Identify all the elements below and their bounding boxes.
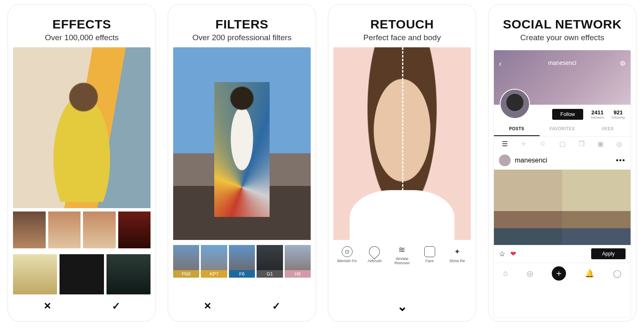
nav-home-icon[interactable]: ⌂ xyxy=(503,269,508,278)
card-retouch-head: RETOUCH Perfect face and body xyxy=(333,9,471,47)
social-subtitle: Create your own effects xyxy=(493,33,631,42)
post-more-icon[interactable]: ••• xyxy=(616,157,626,164)
effects-hero-image[interactable] xyxy=(13,47,151,208)
post-image-left xyxy=(494,170,562,245)
apply-button[interactable]: Apply xyxy=(591,248,626,259)
following-count: 921 xyxy=(612,109,625,116)
confirm-icon[interactable] xyxy=(112,300,120,312)
image-view-icon[interactable]: ▣ xyxy=(597,140,604,148)
ghost-view-icon[interactable]: ☺ xyxy=(539,140,546,148)
filters-hero-image[interactable] xyxy=(173,47,311,240)
filter-label: KP7 xyxy=(201,270,227,278)
card-effects: EFFECTS Over 100,000 effects xyxy=(8,4,156,322)
collapse-icon[interactable] xyxy=(397,299,408,314)
shine-icon xyxy=(452,246,462,257)
before-after-divider[interactable] xyxy=(402,47,403,240)
following-label: following xyxy=(612,116,625,119)
effect-thumb[interactable] xyxy=(60,254,104,294)
filter-thumb[interactable]: KP7 xyxy=(201,245,227,278)
post-username[interactable]: manesenci xyxy=(515,157,547,164)
blemish-icon: ⊙ xyxy=(342,246,353,257)
nav-profile-icon[interactable]: ◯ xyxy=(613,269,621,278)
tool-label: Wrinkle Remover xyxy=(390,257,415,266)
stat-followers[interactable]: 2411 followers xyxy=(591,109,604,119)
effects-stage xyxy=(13,47,151,294)
post-header: manesenci ••• xyxy=(494,151,631,170)
tool-blemish-fix[interactable]: ⊙ Blemish Fix xyxy=(335,246,360,263)
filter-thumb[interactable]: H9 xyxy=(285,245,311,278)
square-view-icon[interactable]: ▢ xyxy=(559,140,566,148)
effect-thumb[interactable] xyxy=(13,211,46,248)
filter-thumb[interactable]: F6 xyxy=(229,245,255,278)
tab-posts[interactable]: POSTS xyxy=(494,122,540,136)
tool-label: Blemish Fix xyxy=(338,259,357,263)
filters-subtitle: Over 200 professional filters xyxy=(173,33,311,42)
retouch-title: RETOUCH xyxy=(333,17,471,31)
stat-following[interactable]: 921 following xyxy=(612,109,625,119)
tab-likes[interactable]: IIKES xyxy=(585,122,631,136)
effect-thumb[interactable] xyxy=(106,254,151,294)
post-image[interactable] xyxy=(494,170,631,245)
card-filters: FILTERS Over 200 professional filters FN… xyxy=(168,4,316,322)
followers-count: 2411 xyxy=(591,109,604,116)
star-icon[interactable]: ☆ xyxy=(499,250,505,258)
follow-button[interactable]: Follow xyxy=(552,109,584,120)
retouch-bottom-bar xyxy=(333,294,471,318)
bottom-nav: ⌂ ◎ ＋ 🔔 ◯ xyxy=(494,263,631,284)
confirm-icon[interactable] xyxy=(272,300,280,312)
camera-view-icon[interactable]: ◎ xyxy=(616,140,622,148)
effect-thumb[interactable] xyxy=(13,254,57,294)
card-retouch: RETOUCH Perfect face and body ⊙ Blemish … xyxy=(328,4,476,322)
profile-header: ‹ manesenci ⚙ xyxy=(494,50,631,105)
tool-label: Airbrush xyxy=(368,259,382,263)
profile-username: manesenci xyxy=(494,59,631,66)
filter-thumb[interactable]: G1 xyxy=(257,245,283,278)
effects-collage-row1 xyxy=(13,211,151,248)
retouch-stage: ⊙ Blemish Fix Airbrush Wrinkle Remover F… xyxy=(333,47,471,294)
filter-label: G1 xyxy=(257,270,283,278)
effect-thumb[interactable] xyxy=(83,211,116,248)
view-mode-icons: ☰ ✧ ☺ ▢ ❐ ▣ ◎ xyxy=(494,137,631,151)
profile-tabs: POSTS FAVORITES IIKES xyxy=(494,122,631,137)
social-screen: ‹ manesenci ⚙ Follow 2411 followers 921 … xyxy=(493,50,631,318)
filter-strip: FNX KP7 F6 G1 H9 xyxy=(173,245,311,278)
sparkle-view-icon[interactable]: ✧ xyxy=(521,140,526,148)
tab-favorites[interactable]: FAVORITES xyxy=(540,122,585,136)
effects-bottom-bar xyxy=(13,294,151,318)
airbrush-icon xyxy=(367,244,382,260)
cancel-icon[interactable] xyxy=(204,301,211,312)
tool-shine-remover[interactable]: Shine Re xyxy=(444,246,470,263)
filters-bottom-bar xyxy=(173,294,311,318)
nav-explore-icon[interactable]: ◎ xyxy=(527,269,533,278)
heart-icon[interactable]: ❤ xyxy=(510,250,516,258)
post-avatar[interactable] xyxy=(499,155,511,166)
effect-thumb[interactable] xyxy=(118,211,151,248)
filter-thumb[interactable]: FNX xyxy=(173,245,199,278)
nav-alerts-icon[interactable]: 🔔 xyxy=(585,269,594,278)
profile-avatar[interactable] xyxy=(500,89,530,119)
effect-thumb[interactable] xyxy=(48,211,81,248)
social-title: SOCIAL NETWORK xyxy=(493,17,631,31)
layers-view-icon[interactable]: ❐ xyxy=(579,140,584,148)
wrinkle-icon xyxy=(397,244,408,255)
tool-airbrush[interactable]: Airbrush xyxy=(362,246,387,263)
list-view-icon[interactable]: ☰ xyxy=(502,140,508,148)
tool-label: Shine Re xyxy=(449,259,465,263)
cancel-icon[interactable] xyxy=(44,301,51,312)
nav-add-button[interactable]: ＋ xyxy=(552,266,566,281)
filter-label: H9 xyxy=(285,270,311,278)
screenshot-row: EFFECTS Over 100,000 effects xyxy=(8,0,636,330)
card-effects-head: EFFECTS Over 100,000 effects xyxy=(13,9,151,47)
tool-wrinkle-remover[interactable]: Wrinkle Remover xyxy=(390,244,415,266)
filters-title: FILTERS xyxy=(173,17,311,31)
filters-stage: FNX KP7 F6 G1 H9 xyxy=(173,47,311,294)
filter-label: F6 xyxy=(229,270,255,278)
retouch-hero-image[interactable] xyxy=(333,47,471,240)
filters-hero-person xyxy=(214,82,269,217)
tool-face[interactable]: Face xyxy=(417,246,442,263)
face-icon xyxy=(424,246,435,257)
card-social-head: SOCIAL NETWORK Create your own effects xyxy=(493,9,631,47)
filter-label: FNX xyxy=(173,270,199,278)
settings-icon[interactable]: ⚙ xyxy=(620,59,626,67)
retouch-subtitle: Perfect face and body xyxy=(333,33,471,42)
